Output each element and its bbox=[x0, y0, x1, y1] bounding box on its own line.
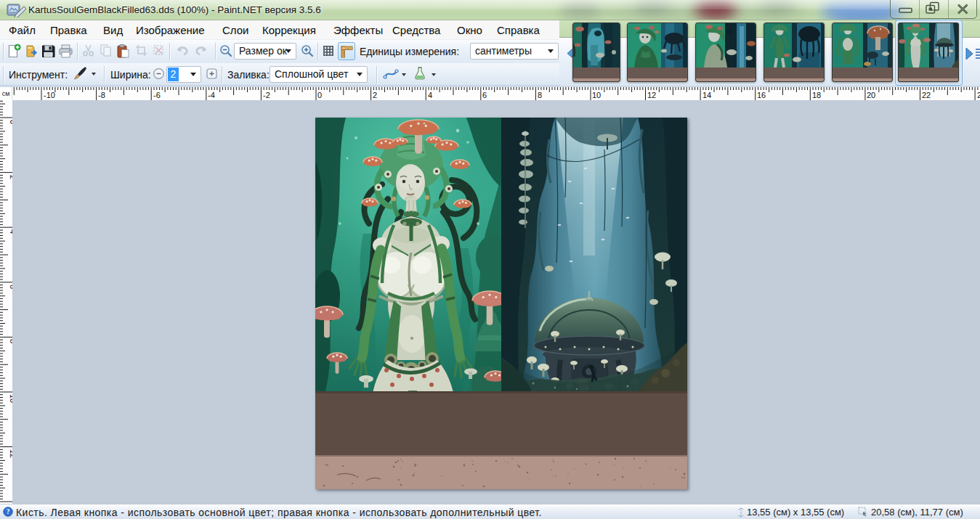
svg-text:-8: -8 bbox=[98, 91, 105, 99]
svg-text:2: 2 bbox=[373, 91, 377, 99]
svg-text:14: 14 bbox=[702, 91, 711, 99]
svg-text:24: 24 bbox=[977, 91, 980, 99]
svg-text:6: 6 bbox=[482, 91, 487, 99]
svg-text:8: 8 bbox=[538, 91, 542, 99]
svg-text:-10: -10 bbox=[44, 91, 55, 99]
svg-text:-6: -6 bbox=[153, 91, 161, 99]
svg-text:10: 10 bbox=[592, 91, 601, 99]
svg-text:0: 0 bbox=[317, 91, 322, 99]
svg-text:-4: -4 bbox=[208, 91, 215, 99]
svg-text:4: 4 bbox=[428, 91, 432, 99]
svg-text:22: 22 bbox=[922, 91, 931, 99]
svg-text:-2: -2 bbox=[263, 91, 270, 99]
svg-text:12: 12 bbox=[647, 91, 656, 99]
svg-text:20: 20 bbox=[867, 91, 875, 99]
svg-text:16: 16 bbox=[757, 91, 766, 99]
svg-text:?: ? bbox=[7, 508, 10, 515]
svg-text:18: 18 bbox=[812, 91, 821, 99]
